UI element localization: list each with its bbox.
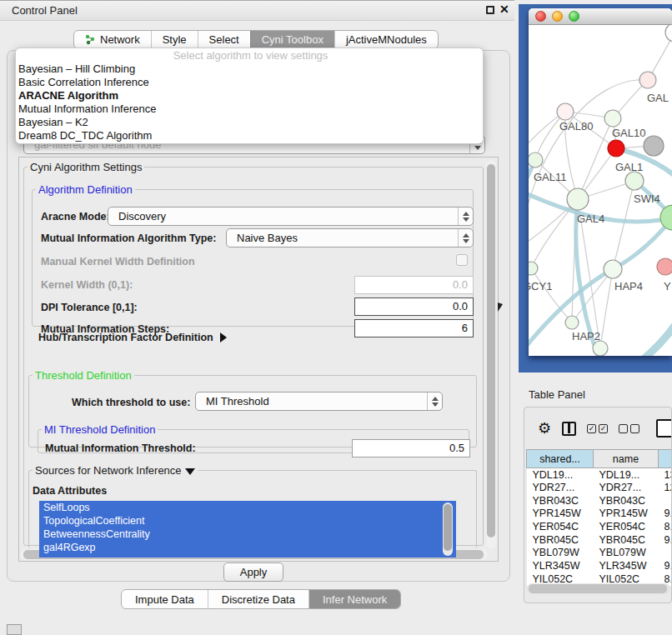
network-edge[interactable] — [529, 80, 648, 232]
table-horizontal-scrollbar[interactable] — [527, 583, 670, 594]
deselect-all-icon[interactable] — [619, 424, 639, 433]
select-all-icon[interactable]: ✓✓ — [587, 424, 608, 433]
table-row[interactable]: YDL19...YDL19...13 — [527, 468, 672, 482]
floating-panel-icon[interactable] — [7, 624, 22, 635]
table-row[interactable]: YBR043CYBR043C — [527, 494, 672, 508]
network-edge[interactable] — [531, 268, 572, 322]
dropdown-item[interactable]: Mutual Information Inference — [16, 102, 483, 116]
network-node-swi4[interactable] — [625, 172, 644, 190]
network-node-gal4[interactable] — [567, 188, 589, 210]
window-zoom-icon[interactable] — [569, 11, 579, 22]
network-node-gal10[interactable] — [604, 110, 621, 127]
manual-kernel-checkbox[interactable] — [456, 254, 468, 266]
dropdown-item[interactable]: Bayesian – Hill Climbing — [16, 62, 483, 76]
node-label: GAL1 — [615, 161, 643, 173]
tab-select[interactable]: Select — [198, 31, 250, 48]
attributes-scrollbar[interactable] — [443, 502, 453, 556]
network-node-gcy1[interactable] — [529, 262, 538, 275]
table-row[interactable]: YPR145WYPR145W9. — [527, 508, 672, 521]
dropdown-item[interactable]: ARACNE Algorithm — [16, 89, 483, 102]
table-cell: YPR145W — [594, 508, 659, 521]
network-node[interactable] — [644, 136, 664, 156]
window-minimize-icon[interactable] — [552, 11, 563, 22]
node-label: GAL11 — [534, 171, 567, 183]
dropdown-item[interactable]: Basic Correlation Inference — [16, 76, 483, 89]
node-table[interactable]: shared...name YDL19...YDL19...13YDR27...… — [526, 449, 672, 586]
network-node[interactable] — [593, 341, 608, 356]
table-cell: 9. — [659, 559, 672, 572]
new-table-icon[interactable] — [656, 419, 672, 438]
table-cell: YLR345W — [527, 559, 594, 572]
collapse-arrow-icon — [185, 468, 195, 475]
attribute-item[interactable]: BetweennessCentrality — [39, 528, 456, 541]
network-window[interactable]: GALGAL80GAL10GAL1GAL11SWI4GAL4GCY1HAP4YH… — [529, 8, 672, 356]
float-window-icon[interactable] — [486, 6, 494, 14]
node-label: GAL10 — [612, 127, 645, 139]
network-node-gal11[interactable] — [529, 152, 543, 168]
control-panel-header: Control Panel ✕ — [0, 0, 514, 21]
table-row[interactable]: YBR045CYBR045C9. — [527, 533, 672, 547]
dropdown-placeholder: Select algorithm to view settings — [16, 49, 483, 62]
network-node-gal80[interactable] — [557, 103, 574, 120]
settings-vertical-scrollbar[interactable] — [486, 160, 496, 548]
aracne-mode-label: Aracne Mode: — [41, 211, 110, 222]
table-toolbar: ⚙ ✓✓ — [524, 418, 671, 439]
table-cell: YER054C — [527, 520, 594, 533]
expand-arrow-icon — [220, 332, 227, 342]
tab-impute-data[interactable]: Impute Data — [122, 590, 208, 608]
table-column-header[interactable]: name — [594, 450, 659, 468]
tab-style[interactable]: Style — [151, 31, 198, 48]
attribute-item[interactable]: SelfLoops — [39, 501, 456, 514]
network-node[interactable] — [665, 25, 672, 42]
tab-infer-network[interactable]: Infer Network — [308, 590, 400, 608]
tab-cyni-toolbox[interactable]: Cyni Toolbox — [250, 31, 334, 48]
tab-discretize-data[interactable]: Discretize Data — [208, 590, 308, 608]
algorithm-definition-group: Algorithm Definition Aracne Mode: Discov… — [32, 183, 474, 327]
aracne-mode-combobox[interactable]: Discovery — [108, 207, 474, 226]
node-label: GAL80 — [559, 120, 593, 132]
mi-threshold-field[interactable]: 0.5 — [352, 439, 470, 458]
hub-factor-expander[interactable]: Hub/Transcription Factor Definition — [38, 332, 227, 343]
network-node-hap4[interactable] — [604, 260, 622, 278]
node-label: GAL — [647, 92, 669, 104]
which-threshold-combobox[interactable]: MI Threshold — [195, 392, 443, 411]
dropdown-item[interactable]: Bayesian – K2 — [16, 116, 483, 129]
network-node-gal[interactable] — [639, 72, 656, 88]
network-canvas[interactable]: GALGAL80GAL10GAL1GAL11SWI4GAL4GCY1HAP4YH… — [529, 25, 672, 356]
table-row[interactable]: YER054CYER054C8. — [527, 520, 672, 533]
column-selector-icon[interactable] — [562, 422, 576, 436]
network-node-gal1[interactable] — [608, 140, 624, 157]
table-cell: YBL079W — [594, 547, 659, 560]
window-close-icon[interactable] — [535, 11, 546, 22]
network-view-frame: GALGAL80GAL10GAL1GAL11SWI4GAL4GCY1HAP4YH… — [519, 4, 672, 372]
attribute-item[interactable]: gal4RGexp — [39, 541, 456, 554]
table-row[interactable]: YBL079WYBL079W — [527, 547, 672, 560]
table-row[interactable]: YDR27...YDR27...12 — [527, 481, 672, 494]
gear-icon[interactable]: ⚙ — [538, 421, 551, 436]
mi-type-combobox[interactable]: Naive Bayes — [226, 228, 474, 248]
stepper-icon — [458, 208, 473, 225]
table-cell: YBR043C — [594, 494, 659, 508]
mi-steps-field[interactable]: 6 — [354, 319, 474, 338]
table-column-header[interactable] — [659, 450, 672, 468]
tab-network[interactable]: Network — [74, 31, 151, 48]
attribute-item[interactable]: TopologicalCoefficient — [39, 514, 456, 528]
data-attributes-list[interactable]: SelfLoopsTopologicalCoefficientBetweenne… — [39, 501, 456, 558]
network-node-y[interactable] — [657, 258, 672, 275]
dropdown-item[interactable]: Dream8 DC_TDC Algorithm — [16, 129, 483, 142]
cyni-algorithm-settings-title: Cyni Algorithm Settings — [28, 161, 144, 173]
tab-jactivemnodules[interactable]: jActiveMNodules — [334, 31, 438, 48]
apply-button[interactable]: Apply — [223, 562, 283, 582]
table-cell: 13 — [659, 468, 672, 482]
close-icon[interactable]: ✕ — [499, 2, 509, 16]
table-cell: 12 — [659, 481, 672, 494]
kernel-width-field[interactable]: 0.0 — [354, 276, 474, 294]
table-column-header[interactable]: shared... — [527, 450, 594, 468]
sources-title[interactable]: Sources for Network Inference — [33, 464, 198, 477]
network-window-titlebar[interactable] — [529, 8, 672, 25]
table-row[interactable]: YLR345WYLR345W9. — [527, 559, 672, 572]
network-edge[interactable] — [600, 269, 613, 348]
mouse-cursor — [498, 302, 503, 312]
network-node-hap2[interactable] — [565, 316, 579, 329]
dpi-tolerance-field[interactable]: 0.0 — [354, 298, 474, 316]
